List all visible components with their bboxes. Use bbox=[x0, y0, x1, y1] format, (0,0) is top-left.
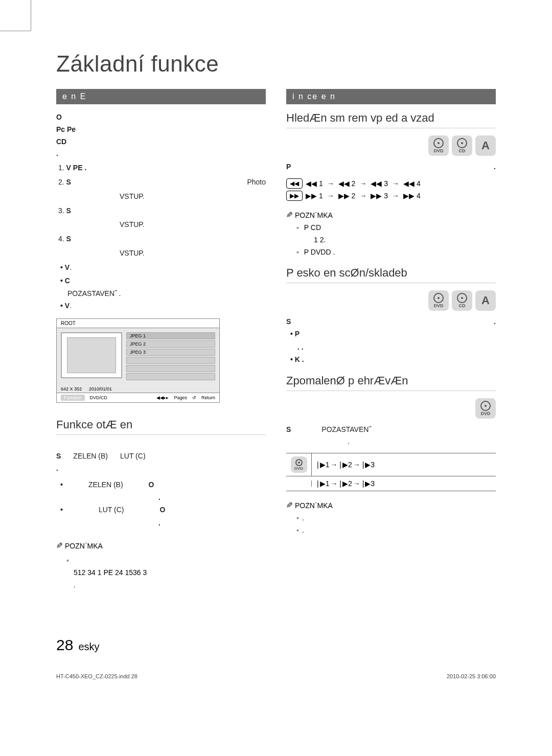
sb-res: 642 X 352 bbox=[61, 386, 82, 392]
rotate-bullets: ZELEN (B) O . LUT (C) O . bbox=[56, 479, 266, 530]
sb-item-empty-3 bbox=[126, 373, 215, 380]
left-intro: O Pc Pe CD . bbox=[56, 111, 266, 160]
skip-bullet-2: K . bbox=[297, 354, 496, 366]
page-number: 28 bbox=[56, 636, 73, 654]
slow-row-2-icon bbox=[286, 480, 312, 487]
right-column: i n ce e n HledÆn sm rem vp ed a vzad DV… bbox=[286, 89, 496, 591]
step-3-after: VSTUP. bbox=[120, 219, 266, 231]
note-label: POZN`MKA bbox=[65, 542, 103, 550]
seq-rewind: ◀◀ ◀◀ 1→ ◀◀ 2→ ◀◀ 3→ ◀◀ 4 bbox=[286, 178, 496, 189]
intro-line-1: Pc Pe bbox=[56, 124, 266, 136]
sb-item-empty-2 bbox=[126, 365, 215, 372]
sb-return-icon: ↺ bbox=[192, 395, 196, 400]
print-stamp: 2010-02-25 3:06:00 bbox=[447, 673, 496, 679]
left-steps: 1. V PE . 2. S Photo VSTUP. 3. S VSTUP. … bbox=[58, 162, 266, 260]
note-icon-3 bbox=[286, 501, 295, 510]
seq-block: ◀◀ ◀◀ 1→ ◀◀ 2→ ◀◀ 3→ ◀◀ 4 ▶▶ ▶▶ 1→ ▶▶ 2→… bbox=[286, 178, 496, 201]
sb-meta: 642 X 352 2010/01/01 bbox=[57, 385, 219, 393]
sb-function-btn: Function bbox=[61, 395, 85, 401]
skip-bullet-1-rest: . . bbox=[297, 341, 496, 354]
cd-icon-2: CD bbox=[452, 290, 472, 311]
bullet-3: V. bbox=[67, 300, 266, 312]
slow-s: S POZASTAVEN˝ bbox=[286, 424, 496, 436]
slow-row-2: |▶1 → |▶2 → |▶3 bbox=[286, 476, 496, 491]
left-note-bold: 512 34 1 PE 24 1536 3 bbox=[74, 567, 266, 579]
intro-line-2: CD bbox=[56, 136, 266, 148]
note1-line2: P DVDD . bbox=[296, 246, 496, 259]
skip-bullet-1: P bbox=[297, 328, 496, 340]
rotate-bullet-2-dot: . bbox=[158, 517, 266, 530]
slow-s-rest: . bbox=[348, 436, 496, 448]
slow-heading: ZpomalenØ p ehrÆvÆn bbox=[286, 374, 496, 391]
page-title: Základní funkce bbox=[56, 51, 496, 77]
step-3: 3. S bbox=[58, 205, 266, 217]
p-line: P . bbox=[286, 161, 496, 173]
intro-line-3: . bbox=[56, 148, 266, 160]
sb-item-3: JPEG 3 bbox=[126, 349, 215, 356]
step-1: 1. V PE . bbox=[58, 162, 266, 174]
slow-row-1: DVD |▶1 → |▶2 → |▶3 bbox=[286, 453, 496, 476]
step-4: 4. S bbox=[58, 233, 266, 245]
print-file: HT-C450-XEO_CZ-0225.indd 28 bbox=[56, 673, 137, 679]
sb-pages: Pages bbox=[174, 395, 187, 400]
left-bullets: V. C POZASTAVEN˝ . V. bbox=[56, 262, 266, 312]
dvd-icon-3: DVD bbox=[475, 398, 496, 419]
a-icon: A bbox=[475, 135, 496, 156]
sb-return: Return bbox=[201, 395, 215, 400]
skip-bullets: P . . K . bbox=[286, 328, 496, 365]
intro-o: O bbox=[56, 111, 266, 124]
two-columns: e n E O Pc Pe CD . 1. V PE . 2. S Photo … bbox=[56, 89, 496, 591]
sb-list: JPEG 1 JPEG 2 JPEG 3 bbox=[126, 332, 215, 381]
slow-row-1-seq: |▶1 → |▶2 → |▶3 bbox=[312, 457, 380, 472]
slow-table: DVD |▶1 → |▶2 → |▶3 |▶1 → |▶2 → |▶3 bbox=[286, 453, 496, 491]
note-label-3: POZN`MKA bbox=[295, 501, 333, 510]
bullet-2: C bbox=[67, 275, 266, 287]
left-section-bar: e n E bbox=[56, 89, 266, 104]
media-icons-1: DVD CD A bbox=[286, 135, 496, 156]
sb-footer: Function DVD/CD ◀◀▸▸ Pages ↺ Return bbox=[57, 393, 219, 402]
rotate-bullet-1: ZELEN (B) O bbox=[67, 479, 266, 491]
sb-pages-icon: ◀◀▸▸ bbox=[156, 395, 169, 400]
sb-item-1: JPEG 1 bbox=[126, 332, 215, 339]
dvd-icon: DVD bbox=[428, 135, 449, 156]
right-section-bar: i n ce e n bbox=[286, 89, 496, 104]
right-note-1: POZN`MKA P CD 1 2. P DVDD . bbox=[286, 208, 496, 259]
step-4-after: VSTUP. bbox=[120, 247, 266, 260]
search-heading: HledÆn sm rem vp ed a vzad bbox=[286, 111, 496, 128]
sb-root: ROOT bbox=[57, 319, 219, 328]
rewind-button-icon: ◀◀ bbox=[286, 178, 303, 189]
left-note-bullet bbox=[66, 555, 266, 567]
print-metadata: HT-C450-XEO_CZ-0225.indd 28 2010-02-25 3… bbox=[56, 673, 496, 679]
jpeg-browser-screenshot: ROOT JPEG 1 JPEG 2 JPEG 3 642 X 352 2010… bbox=[56, 318, 220, 403]
rotate-bullet-1-dot: . bbox=[158, 492, 266, 504]
note1-line1-rest: 1 2. bbox=[314, 234, 496, 246]
page-footer: 28 esky bbox=[56, 636, 100, 654]
sb-footer-label: DVD/CD bbox=[90, 395, 108, 400]
note-icon bbox=[56, 542, 65, 550]
skip-s: S . bbox=[286, 316, 496, 328]
seq-forward: ▶▶ ▶▶ 1→ ▶▶ 2→ ▶▶ 3→ ▶▶ 4 bbox=[286, 191, 496, 201]
step-2-after: VSTUP. bbox=[120, 191, 266, 203]
page-content: Základní funkce e n E O Pc Pe CD . 1. V … bbox=[56, 51, 496, 591]
note1-line1: P CD bbox=[296, 222, 496, 234]
media-icons-2: DVD CD A bbox=[286, 290, 496, 311]
rotate-bullet-2: LUT (C) O bbox=[67, 504, 266, 516]
left-note-end: . bbox=[74, 579, 266, 591]
sb-body: JPEG 1 JPEG 2 JPEG 3 bbox=[57, 328, 219, 385]
sb-item-empty-1 bbox=[126, 357, 215, 364]
a-icon-2: A bbox=[475, 290, 496, 311]
sb-date: 2010/01/01 bbox=[89, 386, 112, 392]
left-note: POZN`MKA 512 34 1 PE 24 1536 3 . bbox=[56, 539, 266, 591]
note2-dot2: . bbox=[296, 524, 496, 537]
note2-dot1: . bbox=[296, 512, 496, 524]
sb-item-2: JPEG 2 bbox=[126, 340, 215, 348]
bullet-2-after: POZASTAVEN˝ . bbox=[67, 288, 266, 300]
note-icon-2 bbox=[286, 211, 295, 219]
forward-button-icon: ▶▶ bbox=[286, 191, 303, 201]
skip-heading: P esko en scØn/skladeb bbox=[286, 266, 496, 283]
slow-row-1-icon: DVD bbox=[286, 453, 312, 476]
rotate-heading: Funkce otÆ en bbox=[56, 418, 266, 435]
right-note-2: POZN`MKA . . bbox=[286, 498, 496, 537]
media-icons-3: DVD bbox=[286, 398, 496, 419]
note-label-2: POZN`MKA bbox=[295, 211, 333, 219]
